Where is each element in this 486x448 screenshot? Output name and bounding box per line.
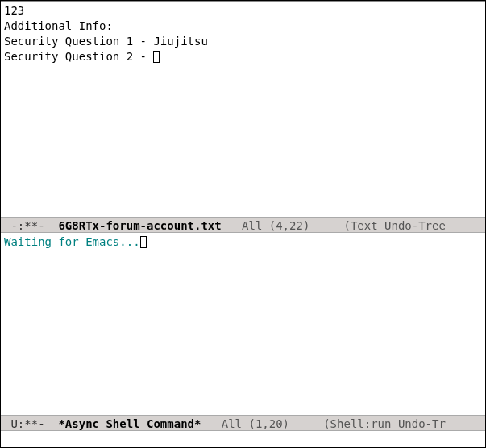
modeline-buffername: *Async Shell Command* — [58, 417, 201, 430]
buffer-line: Security Question 1 - Jiujitsu — [4, 35, 208, 48]
buffer-line: Security Question 2 - — [4, 50, 153, 63]
bottom-buffer[interactable]: Waiting for Emacs... — [1, 233, 485, 415]
modeline-prefix: -:**- — [4, 219, 58, 232]
cursor-icon — [153, 51, 160, 63]
modeline-buffername: 6G8RTx-forum-account.txt — [58, 219, 221, 232]
modeline-position: All (1,20) — [201, 417, 323, 430]
shell-prompt: Waiting for Emacs... — [4, 235, 140, 248]
cursor-icon — [140, 236, 147, 248]
modeline-modes: (Shell:run Undo-Tr — [323, 417, 446, 430]
minibuffer[interactable] — [1, 431, 485, 447]
bottom-modeline: U:**- *Async Shell Command* All (1,20) (… — [1, 415, 485, 431]
modeline-position: All (4,22) — [222, 219, 344, 232]
modeline-modes: (Text Undo-Tree — [343, 219, 445, 232]
buffer-line: Additional Info: — [4, 19, 113, 32]
buffer-line: 123 — [4, 4, 24, 17]
top-modeline: -:**- 6G8RTx-forum-account.txt All (4,22… — [1, 217, 485, 233]
modeline-prefix: U:**- — [4, 417, 58, 430]
top-buffer[interactable]: 123 Additional Info: Security Question 1… — [1, 1, 485, 217]
